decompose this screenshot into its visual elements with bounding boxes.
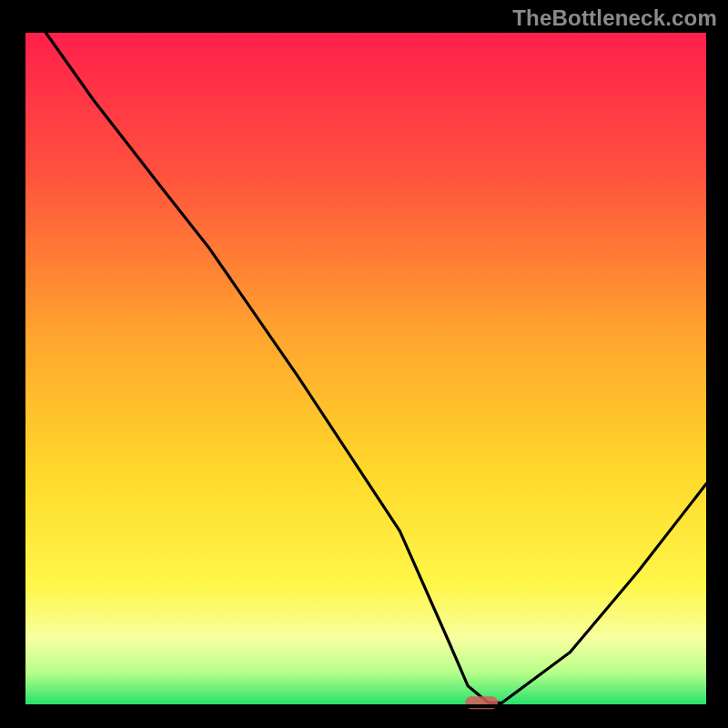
watermark-text: TheBottleneck.com xyxy=(512,5,717,31)
bottleneck-chart xyxy=(0,0,728,728)
plot-background xyxy=(25,33,706,706)
chart-frame: { "watermark": "TheBottleneck.com", "cha… xyxy=(0,0,728,728)
